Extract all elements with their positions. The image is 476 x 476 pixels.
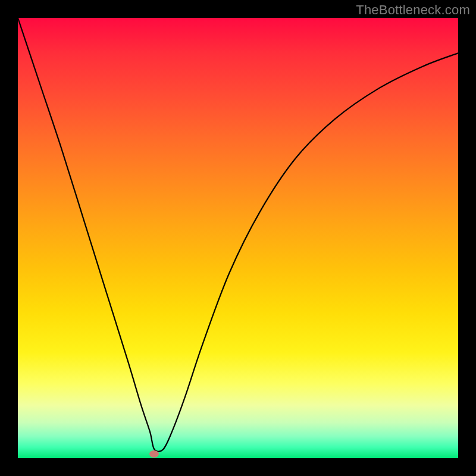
plot-area xyxy=(18,18,458,458)
optimum-marker xyxy=(149,450,159,458)
bottleneck-curve xyxy=(18,18,458,458)
watermark-text: TheBottleneck.com xyxy=(356,2,470,18)
chart-frame: TheBottleneck.com xyxy=(0,0,476,476)
